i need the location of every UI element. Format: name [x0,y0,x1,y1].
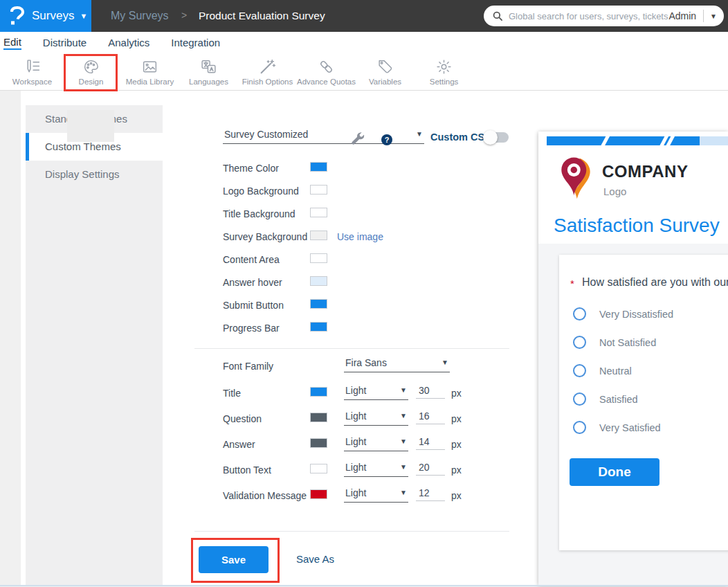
button-text-color-swatch[interactable] [310,464,327,473]
option-very-dissatisfied[interactable]: Very Dissatisfied [559,307,728,323]
chevron-down-icon: ▼ [400,463,407,471]
radio-icon[interactable] [573,392,586,406]
answer-font-color-swatch[interactable] [310,438,327,448]
unit-label: px [451,464,462,476]
answer-weight-select[interactable]: Light▼ [344,436,408,451]
themes-sidebar: Standard Themes Custom Themes Display Se… [26,105,163,585]
company-logo-name: COMPANY [602,162,688,181]
save-button[interactable]: Save [199,546,269,573]
breadcrumb-current: Product Evaluation Survey [199,10,325,22]
primary-nav: Edit Distribute Analytics Integration [0,32,728,53]
row-label-question: Question [223,413,262,424]
edit-theme-wrench-icon[interactable] [349,132,366,148]
edit-toolbar: Workspace Design Media Library [0,53,728,91]
question-text: How satisfied are you with our [582,276,728,289]
theme-select[interactable]: Survey Customized ▼ [223,129,424,144]
global-search: Admin ▼ [484,6,724,26]
font-family-select[interactable]: Fira Sans ▼ [344,357,450,372]
toolbar-design[interactable]: Design [62,53,120,91]
tab-edit[interactable]: Edit [3,36,21,50]
toolbar-languages[interactable]: Languages [179,53,238,91]
radio-icon[interactable] [573,307,586,320]
radio-icon[interactable] [573,336,586,349]
tab-distribute[interactable]: Distribute [43,37,87,48]
done-button[interactable]: Done [570,458,659,486]
row-label-logo-background: Logo Background [223,186,299,197]
finish-options-wand-icon [259,58,276,75]
validation-weight-select[interactable]: Light▼ [344,487,408,503]
progress-bar-swatch[interactable] [310,322,327,332]
title-background-swatch[interactable] [310,208,327,217]
search-input[interactable] [509,11,668,21]
tab-integration[interactable]: Integration [171,37,220,48]
design-palette-icon [82,58,100,75]
toolbar-finish-options[interactable]: Finish Options [238,53,297,91]
row-label-content-area: Content Area [223,254,280,265]
toolbar-advance-quotas[interactable]: Advance Quotas [297,53,356,91]
breadcrumb-separator: > [181,10,187,21]
question-card: * How satisfied are you with our Very Di… [559,255,728,550]
button-text-size-input[interactable] [416,462,445,476]
active-indicator-bar [26,133,29,161]
chevron-down-icon: ▼ [400,386,407,394]
option-satisfied[interactable]: Satisfied [559,392,728,408]
row-label-progress-bar: Progress Bar [223,323,280,334]
survey-title: Satisfaction Survey [554,215,720,237]
option-not-satisfied[interactable]: Not Satisfied [559,336,728,351]
logo-background-swatch[interactable] [310,185,327,195]
row-label-submit-button: Submit Button [223,300,284,311]
row-label-title: Title [223,388,241,399]
button-text-weight-select[interactable]: Light▼ [344,462,408,477]
row-label-title-background: Title Background [223,208,295,219]
title-font-color-swatch[interactable] [310,387,327,397]
help-icon[interactable]: ? [381,134,392,145]
validation-message-color-swatch[interactable] [310,489,327,499]
section-divider [194,531,509,532]
title-size-input[interactable] [416,385,445,399]
option-very-satisfied[interactable]: Very Satisfied [559,421,728,436]
custom-css-toggle[interactable] [485,132,509,143]
preview-progress-bar [547,136,728,145]
product-name: Surveys [32,9,74,23]
question-font-color-swatch[interactable] [310,413,327,422]
media-library-image-icon [141,58,158,75]
toggle-knob [483,130,498,145]
company-logo-caption: Logo [603,186,626,197]
toolbar-workspace[interactable]: Workspace [3,53,62,91]
title-weight-select[interactable]: Light▼ [344,385,408,400]
content-area-swatch[interactable] [310,253,327,263]
use-image-link[interactable]: Use image [337,231,383,242]
unit-label: px [451,439,462,450]
account-chevron-down-icon[interactable]: ▼ [710,12,717,20]
section-divider [194,348,509,349]
save-as-link[interactable]: Save As [296,553,334,565]
survey-builder-page: Surveys ▼ My Surveys > Product Evaluatio… [0,0,728,587]
row-label-validation-message: Validation Message [223,490,307,501]
workspace-pencil-icon [24,58,41,75]
question-size-input[interactable] [416,410,445,424]
question-weight-select[interactable]: Light▼ [344,410,408,426]
toolbar-settings[interactable]: Settings [415,53,473,91]
submit-button-swatch[interactable] [310,299,327,309]
toolbar-media-library[interactable]: Media Library [120,53,179,91]
radio-icon[interactable] [573,421,586,434]
answer-hover-swatch[interactable] [310,276,327,286]
answer-size-input[interactable] [416,436,445,450]
radio-icon[interactable] [573,364,586,377]
validation-size-input[interactable] [416,487,445,501]
design-active-highlight [67,110,114,142]
option-neutral[interactable]: Neutral [559,364,728,379]
sidebar-item-display-settings[interactable]: Display Settings [26,161,163,188]
account-menu[interactable]: Admin [668,10,696,21]
toolbar-variables[interactable]: Variables [356,53,415,91]
row-label-answer-hover: Answer hover [223,277,282,288]
proprofs-logo-icon [9,6,26,26]
theme-color-swatch[interactable] [310,162,327,172]
unit-label: px [451,490,462,501]
product-switcher[interactable]: Surveys ▼ [0,0,91,32]
breadcrumb-parent[interactable]: My Surveys [111,10,169,22]
unit-label: px [451,413,462,424]
tab-analytics[interactable]: Analytics [108,37,149,48]
survey-background-swatch[interactable] [310,231,327,240]
survey-preview: COMPANY Logo Satisfaction Survey * How s… [538,132,728,585]
